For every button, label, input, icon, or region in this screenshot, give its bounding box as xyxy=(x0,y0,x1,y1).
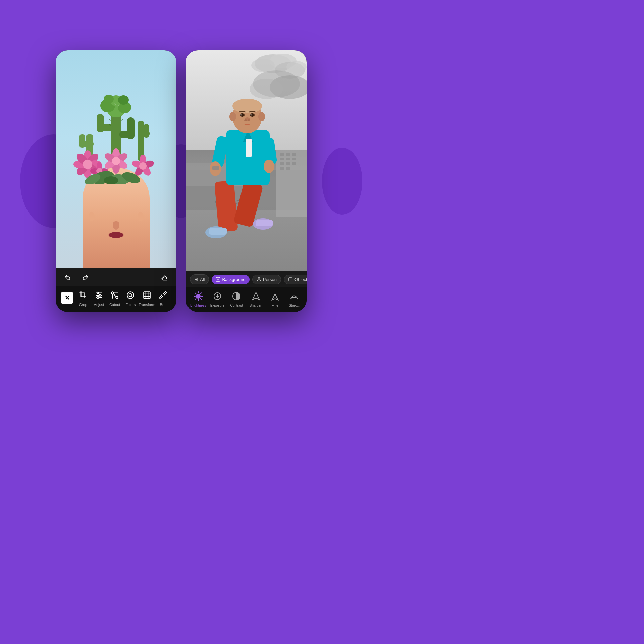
svg-point-117 xyxy=(240,114,242,116)
filters-tool[interactable]: Filters xyxy=(123,289,139,307)
all-icon: ⊞ xyxy=(194,277,198,282)
fine-tool[interactable]: Fine xyxy=(265,290,284,307)
structure-icon xyxy=(288,290,300,302)
cutout-tool[interactable]: Cutout xyxy=(107,289,123,307)
svg-marker-139 xyxy=(272,294,278,300)
svg-line-63 xyxy=(113,294,116,297)
ear-right xyxy=(138,212,144,221)
sharpen-tool[interactable]: Sharpen xyxy=(246,290,265,307)
svg-point-58 xyxy=(97,292,99,294)
right-photo-area xyxy=(186,50,307,271)
svg-line-7 xyxy=(121,119,123,121)
transform-tool[interactable]: Transform xyxy=(139,289,155,307)
person-svg xyxy=(186,83,307,271)
brightness-tool[interactable]: Brightness xyxy=(189,290,208,307)
transform-label: Transform xyxy=(139,303,155,307)
svg-rect-101 xyxy=(256,220,273,226)
chip-background[interactable]: Background xyxy=(212,275,249,284)
contrast-tool[interactable]: Contrast xyxy=(227,290,246,307)
contrast-icon xyxy=(231,290,242,302)
left-screen: ✕ Crop xyxy=(56,50,176,312)
right-adjustment-bar: Brightness Exposure xyxy=(186,287,307,312)
svg-line-131 xyxy=(200,299,201,300)
svg-rect-104 xyxy=(246,139,252,157)
svg-line-130 xyxy=(195,293,196,294)
structure-tool[interactable]: Struc... xyxy=(285,290,304,307)
svg-rect-4 xyxy=(127,117,135,139)
svg-rect-68 xyxy=(144,292,150,299)
chip-person[interactable]: Person xyxy=(252,275,281,284)
transform-icon xyxy=(141,289,153,301)
sharpen-icon xyxy=(250,290,262,302)
svg-line-5 xyxy=(109,119,111,121)
phone-left: ✕ Crop xyxy=(56,50,176,312)
brush-label: Br... xyxy=(160,303,167,307)
cutout-icon xyxy=(109,289,121,301)
chip-object[interactable]: Object xyxy=(284,275,307,284)
exposure-icon xyxy=(212,290,223,302)
cancel-icon[interactable]: ✕ xyxy=(61,292,73,304)
svg-rect-124 xyxy=(289,278,292,281)
person-icon xyxy=(257,277,261,282)
background-icon xyxy=(216,277,220,282)
cutout-label: Cutout xyxy=(109,303,120,307)
svg-point-123 xyxy=(258,278,260,279)
svg-marker-138 xyxy=(252,292,260,300)
erase-button[interactable] xyxy=(159,272,170,283)
crop-icon xyxy=(77,289,89,301)
svg-point-112 xyxy=(232,99,262,113)
svg-point-108 xyxy=(264,160,274,173)
ear-left xyxy=(89,212,95,221)
filters-icon xyxy=(124,289,137,301)
redo-button[interactable] xyxy=(80,272,91,283)
fine-label: Fine xyxy=(272,304,278,307)
phones-container: ✕ Crop xyxy=(56,50,307,312)
lips xyxy=(109,232,124,238)
phone-right: ⊞ All Background xyxy=(186,50,307,312)
svg-point-62 xyxy=(116,296,118,299)
collage-wrapper xyxy=(56,50,176,268)
chip-person-label: Person xyxy=(263,277,277,282)
svg-rect-2 xyxy=(97,114,104,132)
svg-point-118 xyxy=(250,114,252,116)
svg-point-67 xyxy=(129,294,132,297)
svg-point-44 xyxy=(139,162,147,170)
chip-all[interactable]: ⊞ All xyxy=(190,274,209,284)
svg-point-121 xyxy=(248,119,250,121)
brush-tool[interactable]: Br... xyxy=(155,289,171,307)
adjust-label: Adjust xyxy=(94,303,104,307)
nose xyxy=(113,221,119,230)
right-selection-bar: ⊞ All Background xyxy=(186,271,307,287)
svg-point-54 xyxy=(104,176,118,184)
svg-point-59 xyxy=(99,294,101,296)
object-icon xyxy=(288,277,293,282)
left-bottom-tools: ✕ Crop xyxy=(56,286,176,312)
svg-point-113 xyxy=(229,112,236,121)
left-toolbar xyxy=(56,268,176,286)
contrast-label: Contrast xyxy=(230,304,243,307)
svg-point-71 xyxy=(251,59,275,72)
brightness-icon xyxy=(193,290,204,302)
svg-rect-109 xyxy=(212,166,219,170)
right-screen: ⊞ All Background xyxy=(186,50,307,312)
crop-tool[interactable]: Crop xyxy=(75,289,91,307)
cancel-tool[interactable]: ✕ xyxy=(61,292,73,304)
chip-all-label: All xyxy=(200,277,205,282)
exposure-label: Exposure xyxy=(210,304,224,307)
svg-point-38 xyxy=(112,157,120,165)
svg-line-133 xyxy=(195,299,196,300)
svg-rect-98 xyxy=(209,228,227,235)
adjust-tool[interactable]: Adjust xyxy=(91,289,107,307)
fine-icon xyxy=(269,290,281,302)
svg-line-132 xyxy=(200,293,201,294)
structure-label: Struc... xyxy=(289,304,300,307)
svg-point-73 xyxy=(286,61,307,73)
chip-object-label: Object xyxy=(294,277,307,282)
svg-point-18 xyxy=(104,95,114,103)
svg-point-19 xyxy=(118,95,129,105)
exposure-tool[interactable]: Exposure xyxy=(208,290,227,307)
undo-button[interactable] xyxy=(62,272,73,283)
svg-point-61 xyxy=(111,292,114,294)
left-image-area xyxy=(56,50,176,268)
svg-rect-13 xyxy=(144,124,149,138)
